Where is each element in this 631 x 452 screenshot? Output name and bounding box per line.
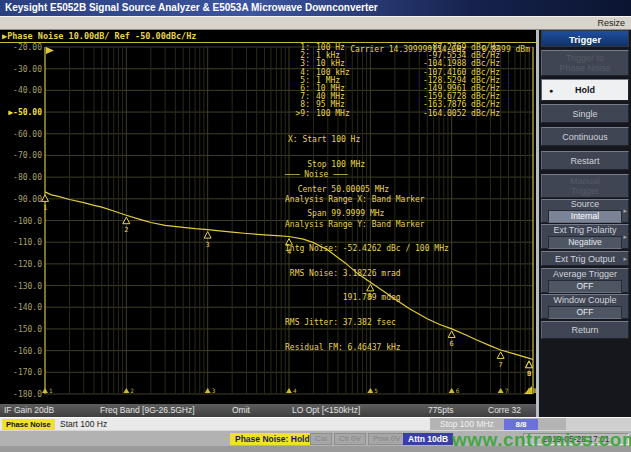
svg-text:5: 5 [374, 387, 378, 394]
menu-header-trigger: Trigger [541, 30, 629, 47]
svg-text:9: 9 [527, 370, 531, 378]
if-gain-readout: IF Gain 20dB [4, 405, 54, 416]
main-area: ▶Phase Noise 10.00dB/ Ref -50.00dBc/Hz 1… [0, 30, 631, 417]
trace-header: ▶Phase Noise 10.00dB/ Ref -50.00dBc/Hz [0, 30, 536, 43]
selected-bullet-icon: ● [549, 87, 553, 94]
svg-text:2: 2 [130, 387, 134, 394]
config-status-bar: IF Gain 20dB Freq Band [9G-26.5GHz] Omit… [0, 404, 536, 417]
softkey-menu: Trigger Trigger to Phase Noise ● Hold Si… [536, 30, 631, 417]
cal-status-chip: Cal [310, 433, 332, 445]
softkey-trigger-to-phase-noise[interactable]: Trigger to Phase Noise [541, 50, 629, 76]
lo-opt-readout: LO Opt [<150kHz] [292, 405, 360, 416]
correlation-readout: Corre 32 [488, 405, 521, 416]
marker-table: 1:100 Hz-87.2769 dBc/Hz 2:1 kHz-97.5534 … [288, 44, 500, 118]
phase-noise-plot: ▶Phase Noise 10.00dB/ Ref -50.00dBc/Hz 1… [0, 30, 536, 404]
start-frequency-readout: Start 100 Hz [60, 419, 107, 430]
measurement-area: ▶Phase Noise 10.00dB/ Ref -50.00dBc/Hz 1… [0, 30, 536, 417]
svg-text:4: 4 [293, 387, 297, 394]
softkey-continuous[interactable]: Continuous [541, 127, 629, 146]
toolbar-strip: Resize [0, 16, 631, 30]
softkey-source[interactable]: Source Internal ▸ [541, 199, 629, 223]
watermark-text: www.cntronics.com [452, 429, 631, 451]
points-readout: 775pts [428, 405, 454, 416]
softkey-ext-trig-output[interactable]: Ext Trig Output ▸ [541, 251, 629, 266]
submenu-arrow-icon: ▸ [623, 255, 627, 263]
freq-band-readout: Freq Band [9G-26.5GHz] [100, 405, 195, 416]
svg-text:1: 1 [49, 387, 53, 394]
omit-readout: Omit [232, 405, 250, 416]
softkey-ext-trig-polarity[interactable]: Ext Trig Polarity Negative ▸ [541, 224, 629, 249]
softkey-window-couple[interactable]: Window Couple OFF [541, 294, 629, 319]
softkey-manual-trigger[interactable]: Manual Trigger [541, 174, 629, 198]
noise-analysis-readout: ─── Noise ─── Analysis Range X: Band Mar… [285, 155, 449, 368]
ctl-status-chip: Ctl 0V [334, 433, 366, 445]
window-titlebar: Keysight E5052B Signal Source Analyzer &… [0, 0, 631, 16]
submenu-arrow-icon: ▸ [623, 207, 627, 215]
measurement-status-chip: Phase Noise: Hold [230, 433, 315, 445]
pow-status-chip: Pow 0V [368, 433, 406, 445]
resize-button[interactable]: Resize [597, 18, 625, 28]
attenuation-status-chip: Attn 10dB [403, 433, 453, 445]
submenu-arrow-icon: ▸ [623, 233, 627, 241]
app-window: Keysight E5052B Signal Source Analyzer &… [0, 0, 631, 452]
softkey-average-trigger[interactable]: Average Trigger OFF [541, 268, 629, 293]
trace-scale-label: Phase Noise 10.00dB/ Ref -50.00dBc/Hz [7, 31, 196, 41]
svg-text:6: 6 [456, 387, 460, 394]
window-title: Keysight E5052B Signal Source Analyzer &… [5, 2, 378, 13]
softkey-single[interactable]: Single [541, 104, 629, 123]
softkey-restart[interactable]: Restart [541, 151, 629, 170]
svg-text:1: 1 [43, 204, 47, 212]
svg-text:2: 2 [124, 226, 128, 234]
svg-text:6: 6 [450, 340, 454, 348]
softkey-return[interactable]: Return [541, 321, 629, 339]
svg-text:7: 7 [499, 361, 503, 369]
svg-text:3: 3 [212, 387, 216, 394]
softkey-hold[interactable]: ● Hold [541, 79, 629, 101]
measurement-mode-chip: Phase Noise [2, 419, 55, 430]
svg-text:7: 7 [505, 387, 509, 394]
svg-text:3: 3 [206, 241, 210, 249]
marker-row: >9:100 MHz-164.0052 dBc/Hz [288, 110, 500, 118]
